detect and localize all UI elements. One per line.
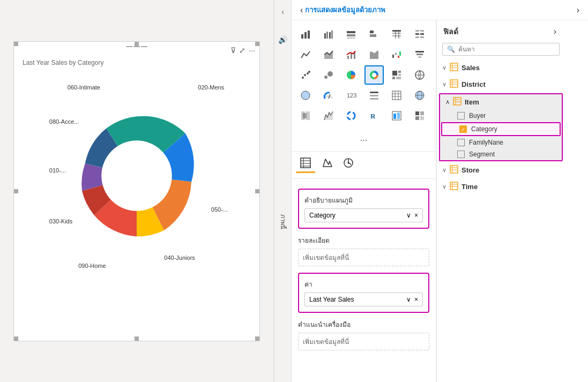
legend-close-icon[interactable]: ×: [414, 212, 418, 219]
field-item-category[interactable]: ✓ Category: [441, 122, 561, 136]
viz-icon-ribbon[interactable]: [364, 45, 384, 64]
viz-icon-treemap[interactable]: [387, 65, 406, 85]
resize-tr[interactable]: [255, 42, 259, 46]
tooltip-section: คำแนะนำเครื่องมือ เพิ่มเขตข้อมูลที่นี่: [298, 319, 429, 350]
familynane-checkbox[interactable]: [457, 139, 465, 146]
more-dots-icon: ···: [360, 136, 367, 145]
svg-rect-3: [324, 33, 326, 39]
time-table-icon: [450, 182, 458, 192]
field-item-familynane[interactable]: FamilyNane: [440, 137, 562, 148]
viz-icon-scatter[interactable]: [296, 65, 315, 85]
viz-icon-custom3[interactable]: [341, 106, 361, 125]
field-group-store-header[interactable]: ∨ Store: [437, 162, 565, 178]
viz-icon-slicer[interactable]: [364, 86, 384, 105]
viz-icon-custom1[interactable]: [296, 106, 315, 125]
viz-icon-custom5[interactable]: [410, 106, 429, 125]
viz-icon-stacked-bar[interactable]: [296, 25, 315, 44]
filter-icon[interactable]: ⊽: [230, 46, 236, 55]
viz-icon-waterfall[interactable]: [387, 45, 406, 64]
viz-icon-more-options[interactable]: ···: [296, 131, 431, 150]
value-chevron-icon: ∨: [406, 296, 411, 303]
resize-tm[interactable]: [135, 42, 139, 46]
tooltip-add-field[interactable]: เพิ่มเขตข้อมูลที่นี่: [298, 333, 429, 350]
expand-icon[interactable]: ⤢: [239, 46, 245, 55]
resize-bl[interactable]: [14, 336, 18, 341]
viz-icon-clustered-bar[interactable]: [319, 25, 338, 44]
detail-add-field[interactable]: เพิ่มเขตข้อมูลที่นี่: [298, 249, 429, 266]
field-item-segment[interactable]: Segment: [440, 148, 562, 160]
fields-nav-right[interactable]: ›: [552, 27, 559, 36]
value-dropdown[interactable]: Last Year Sales ∨ ×: [304, 293, 423, 306]
svg-rect-71: [415, 111, 419, 115]
viz-icon-r-visual[interactable]: R: [364, 106, 384, 125]
svg-rect-63: [303, 113, 307, 118]
viz-icon-matrix2[interactable]: [387, 86, 406, 105]
fields-search-input[interactable]: [458, 46, 555, 53]
viz-icon-kpi[interactable]: 123: [341, 86, 361, 105]
viz-icon-donut[interactable]: [364, 65, 384, 85]
viz-icon-funnel[interactable]: [410, 45, 429, 64]
viz-icon-100-bar[interactable]: [341, 25, 361, 44]
field-group-item-header[interactable]: ∧ Item: [440, 94, 562, 110]
svg-rect-53: [370, 98, 378, 100]
viz-icon-table[interactable]: [387, 25, 406, 44]
sales-table-icon: [450, 63, 458, 73]
nav-collapse-btn[interactable]: ‹: [277, 5, 289, 18]
viz-icon-matrix[interactable]: [410, 25, 429, 44]
svg-point-37: [308, 71, 310, 73]
resize-mr[interactable]: [255, 189, 259, 193]
time-chevron-icon: ∨: [442, 183, 446, 190]
legend-dropdown[interactable]: Category ∨ ×: [304, 208, 423, 222]
side-nav: ‹ 🔊 ภาพนี้: [274, 0, 292, 382]
resize-br[interactable]: [255, 336, 259, 341]
fields-search-bar[interactable]: 🔍: [442, 43, 560, 56]
tab-analytics[interactable]: [339, 154, 358, 173]
field-group-sales-header[interactable]: ∨ Sales: [437, 60, 565, 76]
tab-fields[interactable]: [296, 154, 315, 173]
viz-icon-bubble[interactable]: [319, 65, 338, 85]
value-section: ค่า Last Year Sales ∨ ×: [298, 273, 429, 313]
nav-sound-btn[interactable]: 🔊: [277, 33, 289, 46]
svg-rect-43: [398, 74, 401, 76]
donut-svg: [46, 74, 228, 278]
value-close-icon[interactable]: ×: [414, 296, 418, 303]
buyer-checkbox[interactable]: [457, 112, 465, 119]
more-icon[interactable]: ···: [249, 46, 255, 55]
viz-icon-globe[interactable]: [410, 86, 429, 105]
field-item-familynane-name: FamilyNane: [469, 139, 503, 146]
category-checkbox[interactable]: ✓: [459, 125, 467, 133]
item-chevron-icon: ∧: [445, 99, 450, 106]
viz-icon-bar2[interactable]: [364, 25, 384, 44]
tab-format[interactable]: [317, 154, 337, 173]
viz-nav-left[interactable]: ‹: [298, 5, 305, 15]
viz-icon-custom2[interactable]: [319, 106, 338, 125]
resize-tl[interactable]: [14, 42, 18, 46]
svg-rect-27: [392, 55, 394, 58]
section-divider: [292, 178, 436, 179]
svg-rect-52: [370, 95, 378, 96]
svg-rect-20: [420, 33, 424, 35]
viz-icon-line-column[interactable]: [341, 45, 361, 64]
fields-tree: ∨ Sales ∨ District: [437, 60, 565, 382]
resize-bm[interactable]: [135, 336, 139, 341]
viz-panel-title: การแสดงผลข้อมูลด้วยภาพ: [305, 4, 574, 16]
viz-icon-filled-map[interactable]: [296, 86, 315, 105]
viz-icon-custom4[interactable]: [387, 106, 406, 125]
viz-icon-line[interactable]: [296, 45, 315, 64]
segment-checkbox[interactable]: [457, 151, 465, 158]
resize-ml[interactable]: [14, 189, 18, 193]
viz-icon-area[interactable]: [319, 45, 338, 64]
viz-icon-pie[interactable]: [341, 65, 361, 85]
viz-icon-map[interactable]: [410, 65, 429, 85]
field-group-district-header[interactable]: ∨ District: [437, 77, 565, 92]
svg-rect-74: [420, 116, 424, 120]
field-group-store-name: Store: [462, 166, 479, 174]
field-item-buyer[interactable]: Buyer: [440, 110, 562, 122]
drag-handle[interactable]: [126, 46, 147, 47]
sales-chevron-icon: ∨: [442, 64, 446, 71]
viz-nav-right[interactable]: ›: [575, 5, 582, 15]
field-group-time-header[interactable]: ∨ Time: [437, 179, 565, 194]
svg-point-83: [348, 162, 349, 163]
viz-icon-gauge[interactable]: [319, 86, 338, 105]
field-group-sales-name: Sales: [462, 64, 480, 72]
